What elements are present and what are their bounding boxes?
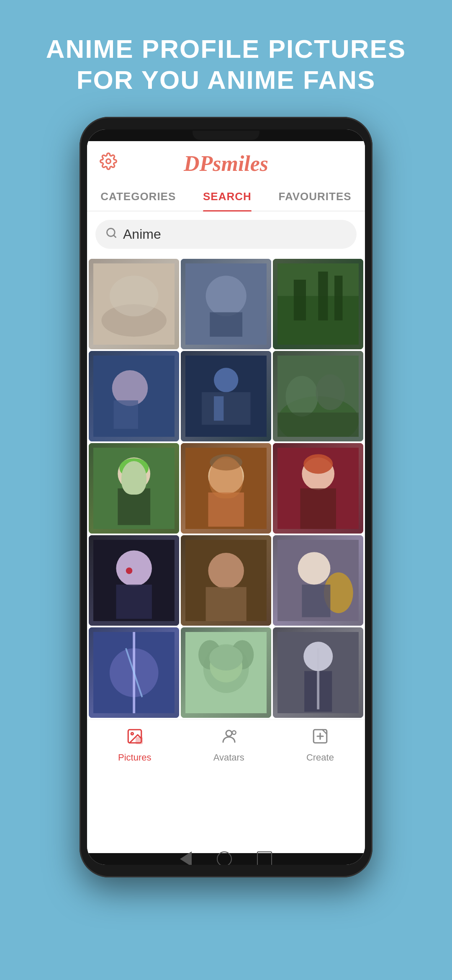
svg-rect-44 — [205, 587, 246, 621]
grid-item[interactable] — [181, 351, 271, 441]
svg-rect-16 — [113, 400, 138, 428]
grid-item[interactable] — [181, 443, 271, 534]
app-logo: DPsmiles — [184, 151, 268, 176]
grid-item[interactable] — [181, 259, 271, 349]
svg-rect-8 — [210, 312, 242, 336]
nav-create[interactable]: Create — [306, 727, 334, 763]
svg-point-68 — [232, 731, 236, 735]
svg-rect-32 — [208, 492, 244, 526]
nav-avatars[interactable]: Avatars — [213, 727, 244, 763]
tabs-bar: CATEGORIES SEARCH FAVOURITES — [87, 183, 365, 211]
grid-item[interactable] — [89, 627, 179, 718]
svg-rect-11 — [294, 279, 306, 320]
svg-line-2 — [113, 235, 116, 237]
svg-point-18 — [214, 368, 238, 392]
grid-item[interactable] — [89, 535, 179, 626]
grid-item[interactable] — [89, 351, 179, 441]
tab-categories[interactable]: CATEGORIES — [100, 183, 176, 211]
grid-item[interactable] — [89, 443, 179, 534]
avatars-icon — [220, 727, 238, 749]
android-recents[interactable] — [257, 851, 272, 865]
svg-point-41 — [126, 567, 133, 574]
nav-create-label: Create — [306, 752, 334, 763]
image-grid — [87, 257, 365, 720]
search-value: Anime — [123, 227, 161, 242]
svg-point-0 — [106, 159, 111, 164]
svg-rect-20 — [214, 396, 223, 420]
svg-rect-13 — [334, 276, 342, 320]
svg-point-67 — [226, 730, 232, 736]
app-header: DPsmiles — [87, 141, 365, 183]
svg-rect-66 — [136, 738, 142, 743]
grid-item[interactable] — [181, 627, 271, 718]
grid-item[interactable] — [273, 443, 363, 534]
svg-point-43 — [208, 553, 244, 589]
tab-favourites[interactable]: FAVOURITES — [278, 183, 351, 211]
android-back[interactable] — [180, 851, 192, 865]
svg-point-23 — [285, 376, 318, 416]
nav-pictures-label: Pictures — [118, 752, 151, 763]
svg-point-65 — [131, 732, 133, 735]
settings-button[interactable] — [100, 152, 117, 174]
svg-point-29 — [119, 458, 149, 478]
svg-rect-36 — [300, 488, 336, 529]
svg-point-56 — [231, 640, 254, 669]
nav-pictures[interactable]: Pictures — [118, 727, 151, 763]
svg-point-24 — [316, 374, 345, 410]
svg-point-33 — [210, 454, 242, 470]
svg-point-7 — [205, 276, 246, 316]
svg-rect-40 — [116, 584, 152, 619]
phone-mockup: DPsmiles CATEGORIES SEARCH FAVOURITES — [80, 117, 372, 877]
svg-point-59 — [228, 661, 234, 668]
svg-rect-28 — [118, 488, 150, 525]
search-bar[interactable]: Anime — [95, 220, 357, 249]
grid-item[interactable] — [273, 259, 363, 349]
svg-point-46 — [298, 552, 330, 585]
header-line2: FOR YOU ANIME FANS — [46, 64, 406, 95]
bottom-nav: Pictures Avatars — [87, 720, 365, 771]
svg-rect-48 — [302, 584, 330, 617]
create-icon — [311, 727, 329, 749]
search-icon — [105, 227, 117, 242]
grid-item[interactable] — [273, 627, 363, 718]
svg-point-39 — [116, 550, 152, 586]
nav-avatars-label: Avatars — [213, 752, 244, 763]
page-header: ANIME PROFILE PICTURES FOR YOU ANIME FAN… — [21, 0, 431, 117]
grid-item[interactable] — [89, 259, 179, 349]
tab-search[interactable]: SEARCH — [203, 183, 252, 211]
svg-point-55 — [198, 640, 221, 669]
svg-point-31 — [208, 458, 244, 494]
pictures-icon — [126, 727, 144, 749]
svg-point-57 — [210, 650, 242, 682]
svg-rect-25 — [277, 413, 359, 437]
svg-rect-19 — [202, 392, 251, 425]
grid-item[interactable] — [273, 351, 363, 441]
header-line1: ANIME PROFILE PICTURES — [46, 34, 406, 64]
svg-point-58 — [218, 661, 225, 668]
grid-item[interactable] — [181, 535, 271, 626]
android-home[interactable] — [217, 851, 232, 865]
svg-point-5 — [110, 276, 159, 316]
svg-rect-12 — [318, 271, 328, 320]
svg-point-37 — [303, 454, 333, 474]
grid-item[interactable] — [273, 535, 363, 626]
